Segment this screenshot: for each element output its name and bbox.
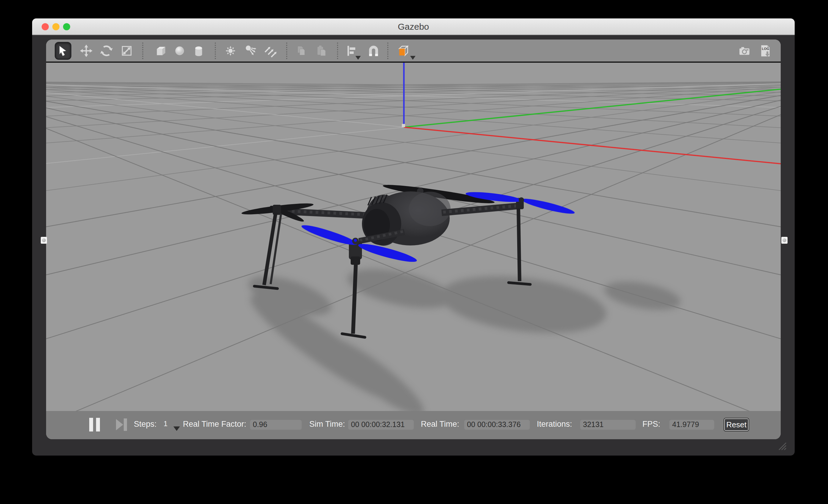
toolbar-separator xyxy=(142,43,143,59)
hub-front-cap xyxy=(354,239,357,242)
sim-time-label: Sim Time: xyxy=(309,420,345,429)
leg-right xyxy=(519,208,520,281)
screenshot-button[interactable] xyxy=(736,42,753,60)
directional-light-button[interactable] xyxy=(262,42,279,60)
sim-time-field[interactable]: 00 00:00:32.131 xyxy=(348,419,414,430)
iterations-label: Iterations: xyxy=(537,420,572,429)
snap-button[interactable] xyxy=(365,42,382,60)
steps-label: Steps: xyxy=(134,420,157,429)
point-light-icon xyxy=(224,44,237,58)
camera-icon xyxy=(738,44,751,58)
pause-button[interactable] xyxy=(89,418,101,431)
paste-button[interactable] xyxy=(313,42,330,60)
fps-field[interactable]: 41.9779 xyxy=(669,419,714,430)
spot-light-button[interactable] xyxy=(242,42,259,60)
toolbar-separator xyxy=(387,43,388,59)
box-icon xyxy=(154,44,167,58)
point-light-button[interactable] xyxy=(222,42,239,60)
log-record-button[interactable]: LOG xyxy=(757,42,774,60)
iterations-field[interactable]: 32131 xyxy=(580,419,636,430)
gazebo-window: Gazebo xyxy=(32,18,795,456)
toolbar-separator xyxy=(286,43,287,59)
resize-grip[interactable] xyxy=(777,441,788,451)
translate-tool-button[interactable] xyxy=(78,42,94,60)
rotate-icon xyxy=(99,44,113,58)
log-icon: LOG xyxy=(758,44,772,58)
hub-right xyxy=(519,197,524,203)
move-icon xyxy=(79,44,93,58)
view-angle-dropdown-arrow[interactable] xyxy=(410,56,415,60)
magnet-icon xyxy=(367,44,380,58)
cylinder-tool-button[interactable] xyxy=(190,42,207,60)
title-bar[interactable]: Gazebo xyxy=(32,18,795,35)
real-time-field[interactable]: 00 00:00:33.376 xyxy=(464,419,530,430)
scale-icon xyxy=(120,44,133,58)
toolbar-separator xyxy=(215,43,216,59)
copy-button[interactable] xyxy=(293,42,309,60)
step-button[interactable] xyxy=(116,418,128,431)
scale-tool-button[interactable] xyxy=(118,42,135,60)
copy-icon xyxy=(294,44,308,58)
steps-value[interactable]: 1 xyxy=(164,420,167,428)
toolbar: LOG xyxy=(46,40,781,63)
reset-button[interactable]: Reset xyxy=(724,418,749,431)
foot-right xyxy=(508,283,530,284)
paste-icon xyxy=(315,44,328,58)
render-viewport[interactable] xyxy=(46,63,781,411)
view-cube-icon xyxy=(396,44,410,58)
cursor-icon xyxy=(56,44,70,58)
select-tool-button[interactable] xyxy=(55,42,71,60)
align-dropdown-arrow[interactable] xyxy=(356,56,361,60)
svg-text:LOG: LOG xyxy=(762,47,770,50)
sphere-tool-button[interactable] xyxy=(171,42,188,60)
spot-light-icon xyxy=(244,44,257,58)
rtf-field[interactable]: 0.96 xyxy=(250,419,302,430)
cylinder-icon xyxy=(192,44,206,58)
view-angle-button[interactable] xyxy=(395,42,411,60)
simulation-status-bar: Steps: 1 Real Time Factor: 0.96 Sim Time… xyxy=(46,411,781,439)
right-panel-splitter-handle[interactable] xyxy=(781,237,788,244)
directional-light-icon xyxy=(264,44,278,58)
rotate-tool-button[interactable] xyxy=(98,42,115,60)
box-tool-button[interactable] xyxy=(152,42,169,60)
left-panel-splitter-handle[interactable] xyxy=(41,237,47,244)
toolbar-separator xyxy=(337,43,338,59)
window-title: Gazebo xyxy=(32,18,795,35)
origin-marker xyxy=(402,124,405,127)
steps-dropdown-arrow[interactable] xyxy=(173,426,180,431)
rtf-label: Real Time Factor: xyxy=(183,420,246,429)
real-time-label: Real Time: xyxy=(421,420,459,429)
sphere-icon xyxy=(173,44,187,58)
fps-label: FPS: xyxy=(643,420,660,429)
main-panel: LOG xyxy=(46,40,781,439)
